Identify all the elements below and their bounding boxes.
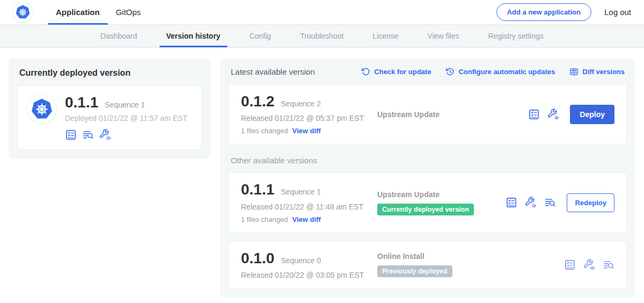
deployed-actions [65,129,187,141]
currently-deployed-card: 0.1.1 Sequence 1 Deployed 01/21/22 @ 11:… [17,85,202,150]
tab-config-label: Config [250,32,271,40]
view-diff-link[interactable]: View diff [292,127,320,135]
check-for-update-label: Check for update [374,68,431,76]
released-timestamp: Released 01/20/22 @ 03:05 pm EST [241,271,376,279]
tab-version-history-label: Version history [166,32,221,40]
tab-gitops-label: GitOps [116,8,141,17]
deployed-timestamp: Deployed 01/21/22 @ 11:57 am EST [65,114,187,122]
view-logs-icon[interactable] [603,259,614,271]
tab-license-label: License [372,32,398,40]
tab-troubleshoot-label: Troubleshoot [300,32,343,40]
tab-config[interactable]: Config [235,25,286,47]
refresh-icon [361,67,370,76]
tab-dashboard-label: Dashboard [100,32,137,40]
diff-icon [569,67,579,76]
files-changed-row: 1 files changed View diff [241,215,376,223]
configure-automatic-updates-label: Configure automatic updates [458,68,555,76]
released-timestamp: Released 01/21/22 @ 11:48 am EST [241,203,376,211]
currently-deployed-panel: Currently deployed version 0.1.1 Sequenc… [9,59,210,158]
source-label: Online Install [377,252,564,261]
diff-versions-link[interactable]: Diff versions [569,67,625,76]
version-number: 0.1.2 [241,93,274,109]
tab-registry-settings[interactable]: Registry settings [474,25,558,47]
files-changed-label: 1 files changed [241,215,288,223]
released-timestamp: Released 01/21/22 @ 05:37 pm EST [241,114,376,122]
files-changed-row: 1 files changed View diff [241,127,376,135]
deployed-card-body: 0.1.1 Sequence 1 Deployed 01/21/22 @ 11:… [65,95,187,141]
tab-application[interactable]: Application [48,0,108,24]
app-logo [27,95,56,124]
preflight-checklist-icon[interactable] [506,197,517,208]
version-number: 0.1.1 [241,182,274,197]
deployed-version-number: 0.1.1 [65,95,98,110]
version-number: 0.1.0 [241,250,274,266]
top-nav: Application GitOps Add a new application… [0,0,644,25]
version-sequence: Sequence 1 [281,187,321,196]
deployed-version-row: 0.1.1 Sequence 1 [65,95,187,110]
version-card-actions: Redeploy [506,193,614,212]
app-sub-nav: Dashboard Version history Config Trouble… [0,25,644,48]
check-for-update-link[interactable]: Check for update [361,67,431,76]
source-label: Upstream Update [377,110,528,119]
source-label: Upstream Update [377,190,506,199]
version-row: 0.1.2 Sequence 2 [241,93,376,109]
version-card-010: 0.1.0 Sequence 0 Released 01/20/22 @ 03:… [229,241,627,289]
kubernetes-logo-icon [14,4,31,20]
tab-view-files[interactable]: View files [413,25,474,47]
tab-troubleshoot[interactable]: Troubleshoot [286,25,358,47]
latest-version-header: Latest available version Check for updat… [231,67,625,76]
configure-automatic-updates-link[interactable]: Configure automatic updates [445,67,555,76]
version-card-actions [564,259,614,271]
tab-application-label: Application [56,8,100,17]
tab-license[interactable]: License [358,25,413,47]
edit-config-icon[interactable] [547,109,559,120]
deploy-button[interactable]: Deploy [570,105,614,124]
preflight-checklist-icon[interactable] [564,259,576,271]
version-source: Online Install Previously deployed [376,252,564,277]
previously-deployed-badge: Previously deployed [377,265,452,277]
top-nav-tabs: Application GitOps [48,0,149,24]
tab-gitops[interactable]: GitOps [108,0,149,24]
deployed-sequence: Sequence 1 [105,100,145,109]
view-logs-icon[interactable] [544,197,556,208]
version-sequence: Sequence 0 [281,256,321,265]
files-changed-label: 1 files changed [241,127,288,135]
other-versions-header: Other available versions [231,156,625,165]
tab-dashboard[interactable]: Dashboard [86,25,152,47]
version-sequence: Sequence 2 [281,99,321,108]
currently-deployed-title: Currently deployed version [19,68,201,78]
view-config-icon[interactable] [583,259,595,271]
kubernetes-logo [13,2,33,22]
version-info: 0.1.1 Sequence 1 Released 01/21/22 @ 11:… [241,182,376,223]
version-info: 0.1.0 Sequence 0 Released 01/20/22 @ 03:… [241,250,376,279]
version-row: 0.1.0 Sequence 0 [241,250,376,266]
version-card-012: 0.1.2 Sequence 2 Released 01/21/22 @ 05:… [229,84,627,145]
version-actions: Check for update Configure automatic upd… [361,67,625,76]
version-card-actions: Deploy [528,105,614,124]
tab-view-files-label: View files [428,32,459,40]
version-card-011: 0.1.1 Sequence 1 Released 01/21/22 @ 11:… [229,172,627,233]
preflight-checklist-icon[interactable] [65,129,77,141]
version-source: Upstream Update [376,110,528,119]
edit-config-icon[interactable] [99,129,111,141]
tab-registry-settings-label: Registry settings [488,32,544,40]
redeploy-button[interactable]: Redeploy [567,193,614,212]
currently-deployed-badge: Currently deployed version [377,204,474,215]
version-history-panel: Latest available version Check for updat… [220,59,635,298]
edit-config-icon[interactable] [525,197,537,208]
diff-versions-label: Diff versions [582,68,625,76]
view-diff-link[interactable]: View diff [292,215,320,223]
view-logs-icon[interactable] [82,129,94,141]
app-logo-icon [30,97,54,121]
auto-update-icon [445,67,455,76]
preflight-checklist-icon[interactable] [528,109,540,120]
tab-version-history[interactable]: Version history [152,25,235,47]
main-content: Currently deployed version 0.1.1 Sequenc… [0,48,644,303]
version-info: 0.1.2 Sequence 2 Released 01/21/22 @ 05:… [241,93,376,135]
add-application-button[interactable]: Add a new application [496,3,591,21]
latest-version-title: Latest available version [231,67,315,76]
logout-button[interactable]: Log out [604,8,631,17]
version-row: 0.1.1 Sequence 1 [241,182,376,197]
version-source: Upstream Update Currently deployed versi… [376,190,506,215]
